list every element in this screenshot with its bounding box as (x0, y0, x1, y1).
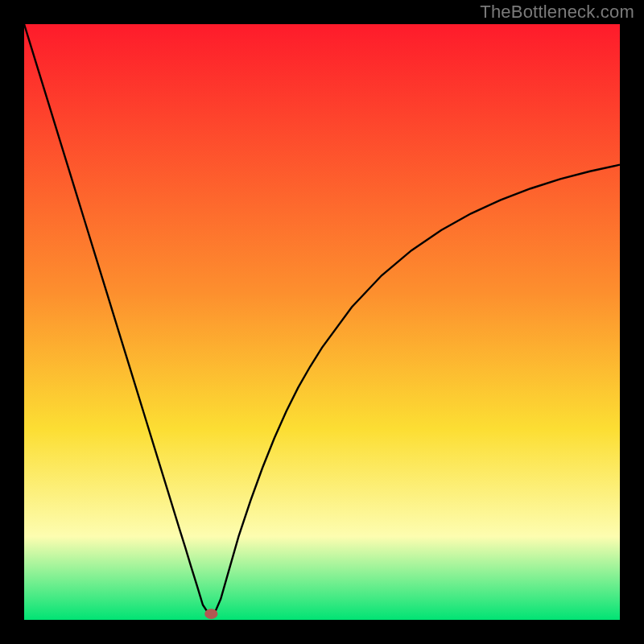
gradient-background (24, 24, 620, 620)
attribution-text: TheBottleneck.com (480, 2, 634, 23)
optimal-point-marker (204, 609, 217, 619)
chart-svg (24, 24, 620, 620)
chart-frame: TheBottleneck.com (0, 0, 644, 644)
plot-area (24, 24, 620, 620)
